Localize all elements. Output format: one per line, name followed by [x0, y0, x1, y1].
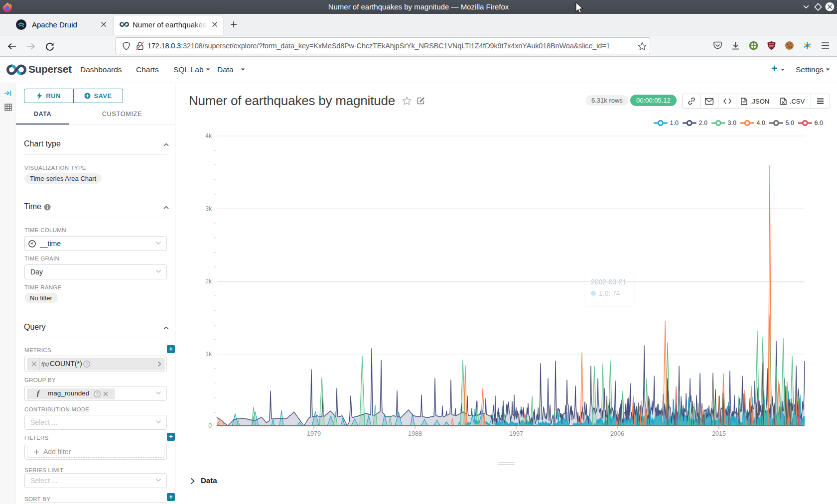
- svg-text:3k: 3k: [205, 205, 212, 212]
- svg-text:1997: 1997: [509, 430, 523, 437]
- svg-text:2015: 2015: [712, 430, 726, 437]
- svg-text:0: 0: [208, 422, 212, 429]
- svg-text:1k: 1k: [205, 351, 212, 358]
- svg-text:?: ?: [96, 391, 98, 396]
- svg-text:1988: 1988: [408, 430, 422, 437]
- svg-text:4k: 4k: [205, 132, 212, 139]
- svg-text:?: ?: [85, 362, 88, 367]
- svg-text:2k: 2k: [205, 278, 212, 285]
- svg-text:2006: 2006: [610, 430, 624, 437]
- svg-text:1979: 1979: [307, 430, 321, 437]
